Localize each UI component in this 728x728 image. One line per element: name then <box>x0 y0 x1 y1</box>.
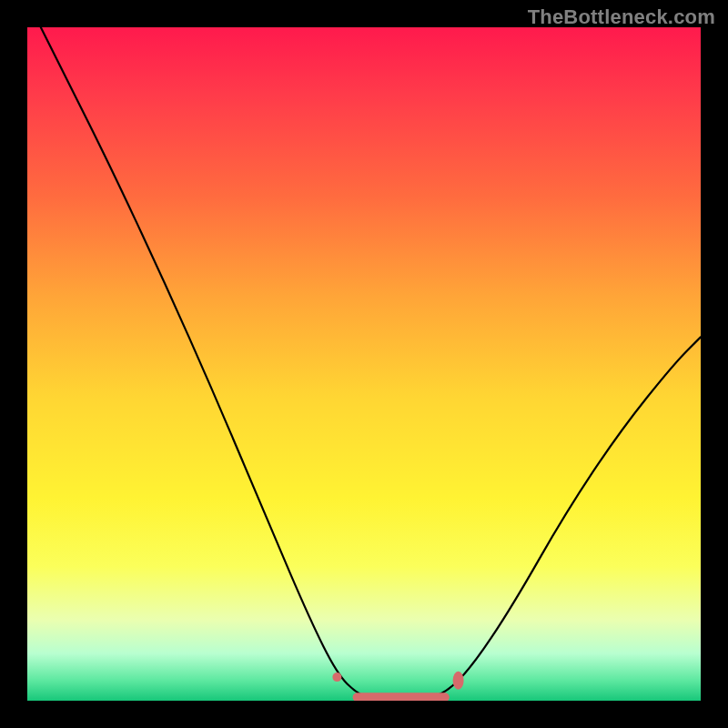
marker-blip-right <box>453 672 464 690</box>
chart-frame: TheBottleneck.com <box>0 0 728 728</box>
bottleneck-curve <box>41 27 701 701</box>
marker-dot-left <box>332 672 341 682</box>
plot-area <box>27 27 701 701</box>
watermark-text: TheBottleneck.com <box>528 5 715 29</box>
curve-layer <box>27 27 701 701</box>
